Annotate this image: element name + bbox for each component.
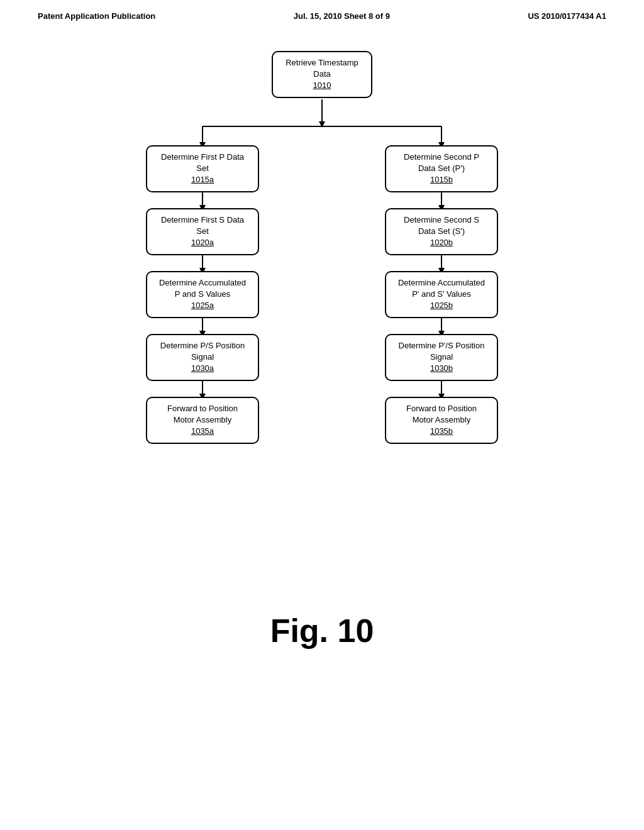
box-1010-line1: Retrieve Timestamp <box>280 57 364 69</box>
box-1035a: Forward to Position Motor Assembly 1035a <box>146 397 259 444</box>
header-right: US 2010/0177434 A1 <box>528 11 606 21</box>
box-1015b-id: 1015b <box>430 175 453 184</box>
box-1015b-line2: Data Set (P') <box>394 163 489 174</box>
box-1015b: Determine Second P Data Set (P') 1015b <box>385 145 498 192</box>
box-1025b-line2: P' and S' Values <box>394 289 489 300</box>
box-1015a-line2: Set <box>155 163 250 174</box>
box-1010-line2: Data <box>280 69 364 80</box>
box-1025b: Determine Accumulated P' and S' Values 1… <box>385 271 498 318</box>
box-1020a: Determine First S Data Set 1020a <box>146 208 259 255</box>
diagram-area: Retrieve Timestamp Data 1010 Determine F… <box>0 21 644 574</box>
flowchart: Retrieve Timestamp Data 1010 Determine F… <box>102 40 542 555</box>
box-1025b-id: 1025b <box>430 301 453 310</box>
box-1035a-line1: Forward to Position <box>155 403 250 414</box>
box-1020b: Determine Second S Data Set (S') 1020b <box>385 208 498 255</box>
box-1015a: Determine First P Data Set 1015a <box>146 145 259 192</box>
box-1035b-line2: Motor Assembly <box>394 414 489 426</box>
box-1030a-id: 1030a <box>191 363 214 373</box>
box-1030a-line1: Determine P/S Position <box>155 340 250 351</box>
box-1015b-line1: Determine Second P <box>394 152 489 163</box>
box-1025a-id: 1025a <box>191 301 214 310</box>
box-1015a-id: 1015a <box>191 175 214 184</box>
box-1035b-line1: Forward to Position <box>394 403 489 414</box>
box-1020a-line1: Determine First S Data <box>155 214 250 226</box>
box-1020b-line2: Data Set (S') <box>394 226 489 237</box>
box-1010-id: 1010 <box>313 80 331 90</box>
box-1030b-line2: Signal <box>394 351 489 363</box>
box-1020b-id: 1020b <box>430 238 453 247</box>
box-1035b: Forward to Position Motor Assembly 1035b <box>385 397 498 444</box>
box-1030b-line1: Determine P'/S Position <box>394 340 489 351</box>
box-1030a-line2: Signal <box>155 351 250 363</box>
box-1020a-id: 1020a <box>191 238 214 247</box>
box-1030b-id: 1030b <box>430 363 453 373</box>
box-1025a-line1: Determine Accumulated <box>155 277 250 289</box>
page-header: Patent Application Publication Jul. 15, … <box>0 0 644 21</box>
box-1030b: Determine P'/S Position Signal 1030b <box>385 334 498 381</box>
box-1020b-line1: Determine Second S <box>394 214 489 226</box>
box-1035a-line2: Motor Assembly <box>155 414 250 426</box>
box-1025a: Determine Accumulated P and S Values 102… <box>146 271 259 318</box>
header-middle: Jul. 15, 2010 Sheet 8 of 9 <box>294 11 390 21</box>
box-1035b-id: 1035b <box>430 426 453 436</box>
figure-label: Fig. 10 <box>0 612 644 675</box>
box-1035a-id: 1035a <box>191 426 214 436</box>
header-left: Patent Application Publication <box>38 11 155 21</box>
box-1025b-line1: Determine Accumulated <box>394 277 489 289</box>
box-1020a-line2: Set <box>155 226 250 237</box>
svg-marker-1 <box>319 121 325 128</box>
box-1010: Retrieve Timestamp Data 1010 <box>272 51 372 98</box>
box-1025a-line2: P and S Values <box>155 289 250 300</box>
box-1030a: Determine P/S Position Signal 1030a <box>146 334 259 381</box>
box-1015a-line1: Determine First P Data <box>155 152 250 163</box>
